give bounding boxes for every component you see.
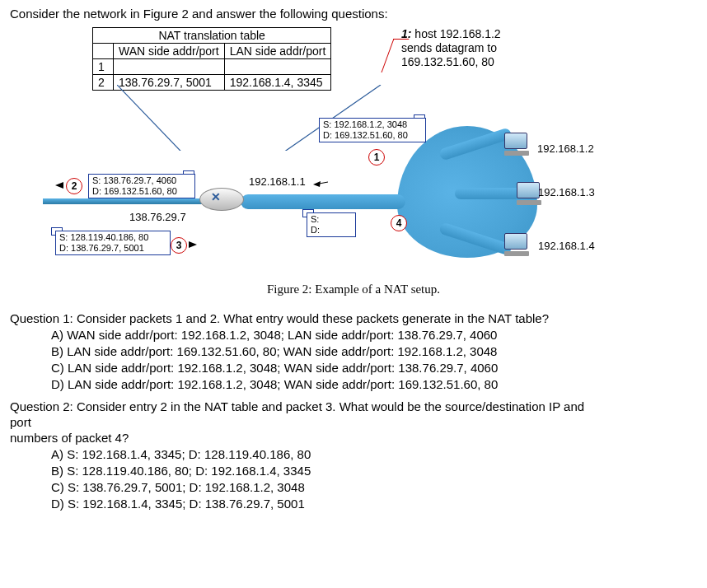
step1-l3: 169.132.51.60, 80 (401, 55, 494, 68)
svg-marker-3 (313, 181, 321, 187)
cloud-arm (455, 188, 521, 199)
nat-blank (93, 44, 114, 59)
question-2-line1: Question 2: Consider entry 2 in the NAT … (10, 399, 697, 413)
packet-dst: D: 169.132.51.60, 80 (323, 130, 422, 141)
nat-row-num: 1 (93, 59, 114, 75)
router-icon (199, 188, 244, 211)
nat-row-wan: 138.76.29.7, 5001 (114, 75, 225, 91)
host-icon (504, 133, 532, 156)
step1-caption: 1: host 192.168.1.2 sends datagram to 16… (401, 27, 501, 68)
packet-dst: D: (311, 225, 352, 236)
nat-row-wan (114, 59, 225, 75)
q2-option-b: B) S: 128.119.40.186, 80; D: 192.168.1.4… (51, 464, 697, 478)
step-circle-3: 3 (171, 237, 187, 254)
packet-src: S: 138.76.29.7, 4060 (92, 175, 191, 186)
step-circle-2: 2 (66, 178, 82, 194)
q1-option-c: C) LAN side addr/port: 192.168.1.2, 3048… (51, 361, 697, 375)
nat-row-1: 1 (93, 59, 331, 75)
nat-col-wan: WAN side addr/port (114, 44, 225, 59)
question-2-line2: port (10, 415, 697, 429)
packet-dst: D: 169.132.51.60, 80 (92, 186, 191, 197)
arrow-left-icon (55, 182, 63, 189)
packet-src: S: 192.168.1.2, 3048 (323, 119, 422, 130)
svg-line-0 (117, 85, 216, 151)
nat-col-lan: LAN side addr/port (224, 44, 331, 59)
packet-src: S: 128.119.40.186, 80 (59, 232, 166, 243)
packet-3-box: S: 128.119.40.186, 80 D: 138.76.29.7, 50… (55, 231, 171, 255)
question-2-line3: numbers of packet 4? (10, 431, 697, 445)
step1-bold: 1: (401, 27, 411, 40)
step1-l2: sends datagram to (401, 41, 497, 54)
q1-option-a: A) WAN side addr/port: 192.168.1.2, 3048… (51, 328, 697, 342)
step-circle-4: 4 (391, 215, 407, 231)
router-x-icon: ✕ (211, 190, 221, 203)
step-circle-1: 1 (368, 149, 385, 166)
q2-option-d: D) S: 192.168.1.4, 3345; D: 138.76.29.7,… (51, 497, 697, 511)
host-ip-label: 192.168.1.3 (538, 186, 595, 198)
router-wan-ip: 138.76.29.7 (129, 211, 186, 223)
question-1-options: A) WAN side addr/port: 192.168.1.2, 3048… (51, 328, 697, 391)
q1-option-b: B) LAN side addr/port: 169.132.51.60, 80… (51, 344, 697, 358)
packet-2-box: S: 138.76.29.7, 4060 D: 169.132.51.60, 8… (88, 174, 195, 198)
packet-1-box: S: 192.168.1.2, 3048 D: 169.132.51.60, 8… (319, 118, 426, 142)
host-icon (504, 233, 532, 256)
question-2-options: A) S: 192.168.1.4, 3345; D: 128.119.40.1… (51, 447, 697, 511)
figure-nat: NAT translation table WAN side addr/port… (43, 27, 620, 274)
nat-row-lan: 192.168.1.4, 3345 (224, 75, 331, 91)
wan-line (43, 198, 204, 204)
packet-4-box: S: D: (307, 212, 356, 237)
nat-row-num: 2 (93, 75, 114, 91)
packet-src: S: (311, 214, 352, 225)
q2-option-c: C) S: 138.76.29.7, 5001; D: 192.168.1.2,… (51, 480, 697, 494)
nat-row-lan (224, 59, 331, 75)
nat-row-2: 2 138.76.29.7, 5001 192.168.1.4, 3345 (93, 75, 331, 91)
question-1: Question 1: Consider packets 1 and 2. Wh… (10, 311, 697, 325)
q1-option-d: D) LAN side addr/port: 192.168.1.2, 3048… (51, 377, 697, 391)
nat-title: NAT translation table (93, 28, 331, 44)
intro-text: Consider the network in Figure 2 and ans… (10, 7, 697, 21)
router-cloud-link (241, 194, 405, 209)
host-ip-label: 192.168.1.2 (537, 142, 594, 155)
packet-dst: D: 138.76.29.7, 5001 (59, 243, 166, 254)
q2-option-a: A) S: 192.168.1.4, 3345; D: 128.119.40.1… (51, 447, 697, 461)
figure-caption: Figure 2: Example of a NAT setup. (10, 282, 697, 296)
arrow-right-icon (189, 241, 197, 248)
arrow-lan-to-router (313, 179, 330, 189)
router-lan-ip: 192.168.1.1 (249, 175, 306, 188)
nat-table: NAT translation table WAN side addr/port… (92, 27, 331, 91)
host-ip-label: 192.168.1.4 (538, 240, 595, 252)
step1-l1: host 192.168.1.2 (411, 27, 500, 40)
